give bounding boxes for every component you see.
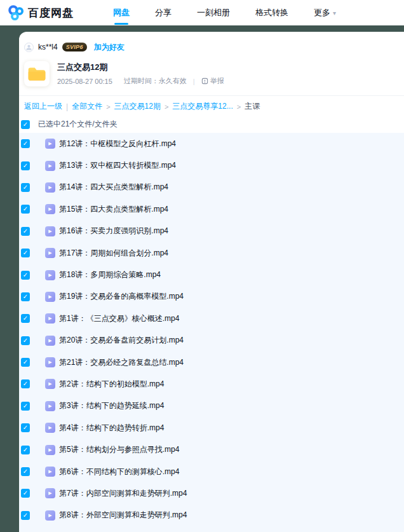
file-name[interactable]: 第13讲：双中枢四大转折模型.mp4 (59, 160, 176, 171)
file-list: ✓ ▶ 第12讲：中枢模型之反向杠杆.mp4 ✓ ▶ 第13讲：双中枢四大转折模… (19, 133, 404, 532)
file-name[interactable]: 第16讲：买卖力度强弱识别.mp4 (59, 226, 168, 236)
file-name[interactable]: 第21讲：交易必经之路复盘总结.mp4 (59, 357, 184, 368)
file-checkbox[interactable]: ✓ (21, 423, 30, 432)
file-checkbox[interactable]: ✓ (21, 379, 30, 388)
file-row[interactable]: ✓ ▶ 第19讲：交易必备的高概率模型.mp4 (19, 286, 404, 308)
file-name[interactable]: 第14讲：四大买点类型解析.mp4 (59, 182, 168, 193)
file-row[interactable]: ✓ ▶ 第9讲：中枢的全新定义.mp4 (19, 526, 404, 532)
file-row[interactable]: ✓ ▶ 第17讲：周期如何组合划分.mp4 (19, 242, 404, 264)
file-checkbox[interactable]: ✓ (21, 358, 30, 367)
file-row[interactable]: ✓ ▶ 第12讲：中枢模型之反向杠杆.mp4 (19, 133, 404, 154)
person-icon (25, 44, 32, 51)
file-row[interactable]: ✓ ▶ 第16讲：买卖力度强弱识别.mp4 (19, 221, 404, 242)
nav-item-netdisk[interactable]: 网盘 (113, 3, 130, 22)
file-row[interactable]: ✓ ▶ 第13讲：双中枢四大转折模型.mp4 (19, 154, 404, 176)
folder-tile (24, 61, 50, 86)
file-checkbox[interactable]: ✓ (21, 402, 30, 411)
file-checkbox[interactable]: ✓ (21, 511, 30, 520)
play-icon: ▶ (48, 163, 51, 168)
file-name[interactable]: 第8讲：外部空间测算和走势研判.mp4 (59, 510, 187, 521)
file-row[interactable]: ✓ ▶ 第5讲：结构划分与参照点寻找.mp4 (19, 439, 404, 460)
baidu-netdisk-logo[interactable]: 百度网盘 (8, 4, 74, 21)
report-link[interactable]: 举报 (201, 76, 224, 86)
file-row[interactable]: ✓ ▶ 第15讲：四大卖点类型解析.mp4 (19, 198, 404, 220)
file-checkbox[interactable]: ✓ (21, 467, 30, 476)
nav-item-more[interactable]: 更多▾ (314, 3, 336, 22)
file-checkbox[interactable]: ✓ (21, 183, 30, 192)
file-row[interactable]: ✓ ▶ 第6讲：不同结构下的测算核心.mp4 (19, 461, 404, 482)
breadcrumb-folder-1[interactable]: 三点交易12期 (114, 101, 161, 112)
file-name[interactable]: 第5讲：结构划分与参照点寻找.mp4 (59, 444, 179, 455)
file-row[interactable]: ✓ ▶ 第21讲：交易必经之路复盘总结.mp4 (19, 351, 404, 373)
file-name[interactable]: 第7讲：内部空间测算和走势研判.mp4 (59, 488, 187, 499)
svip-badge: SVIP6 (62, 43, 87, 51)
video-file-icon: ▶ (45, 226, 55, 236)
file-name[interactable]: 第4讲：结构下的趋势转折.mp4 (59, 423, 164, 433)
expire-label: 过期时间：永久有效 (124, 76, 187, 86)
file-checkbox[interactable]: ✓ (21, 227, 30, 236)
file-row[interactable]: ✓ ▶ 第8讲：外部空间测算和走势研判.mp4 (19, 505, 404, 526)
share-title: 三点交易12期 (57, 62, 224, 73)
file-row[interactable]: ✓ ▶ 第3讲：结构下的趋势延续.mp4 (19, 395, 404, 417)
video-file-icon: ▶ (45, 445, 55, 455)
play-icon: ▶ (48, 294, 51, 299)
shared-folder-info: 三点交易12期 2025-08-27 00:15 过期时间：永久有效 | 举报 (19, 56, 404, 93)
play-icon: ▶ (48, 491, 51, 496)
breadcrumb-separator: > (165, 103, 168, 111)
video-file-icon: ▶ (45, 313, 55, 324)
meta-separator: | (193, 78, 195, 85)
file-row[interactable]: ✓ ▶ 第14讲：四大买点类型解析.mp4 (19, 177, 404, 198)
breadcrumb-separator: > (106, 103, 110, 111)
file-row[interactable]: ✓ ▶ 第20讲：交易必备盘前交易计划.mp4 (19, 330, 404, 351)
breadcrumb-folder-2[interactable]: 三点交易尊享12... (172, 101, 232, 112)
active-tab-underline (114, 23, 128, 25)
nav-item-convert[interactable]: 格式转换 (255, 3, 288, 22)
breadcrumb-back-link[interactable]: 返回上一级 (24, 101, 62, 112)
file-name[interactable]: 第15讲：四大卖点类型解析.mp4 (59, 204, 168, 215)
file-checkbox[interactable]: ✓ (21, 271, 30, 280)
file-name[interactable]: 第17讲：周期如何组合划分.mp4 (59, 248, 168, 259)
play-icon: ▶ (48, 513, 51, 518)
file-name[interactable]: 第18讲：多周期综合策略.mp4 (59, 269, 161, 280)
select-all-checkbox[interactable]: ✓ (21, 120, 30, 129)
video-file-icon: ▶ (45, 292, 55, 302)
selection-header-row: ✓ 已选中21个文件/文件夹 (19, 116, 404, 133)
sharer-info-row: ks**l4 SVIP6 加为好友 (19, 32, 404, 56)
video-file-icon: ▶ (45, 510, 55, 521)
play-icon: ▶ (48, 381, 51, 386)
file-checkbox[interactable]: ✓ (21, 205, 30, 214)
file-name[interactable]: 第12讲：中枢模型之反向杠杆.mp4 (59, 139, 176, 149)
file-checkbox[interactable]: ✓ (21, 249, 30, 257)
video-file-icon: ▶ (45, 423, 55, 433)
video-file-icon: ▶ (45, 270, 55, 280)
share-text-block: 三点交易12期 2025-08-27 00:15 过期时间：永久有效 | 举报 (57, 62, 224, 86)
file-checkbox[interactable]: ✓ (21, 161, 30, 170)
file-row[interactable]: ✓ ▶ 第1讲：《三点交易》核心概述.mp4 (19, 308, 404, 329)
file-row[interactable]: ✓ ▶ 第7讲：内部空间测算和走势研判.mp4 (19, 482, 404, 504)
video-file-icon: ▶ (45, 379, 55, 389)
file-checkbox[interactable]: ✓ (21, 314, 30, 323)
play-icon: ▶ (48, 141, 51, 146)
file-name[interactable]: 第19讲：交易必备的高概率模型.mp4 (59, 291, 184, 302)
file-name[interactable]: 第1讲：《三点交易》核心概述.mp4 (59, 313, 179, 324)
nav-item-album[interactable]: 一刻相册 (197, 3, 230, 22)
add-friend-link[interactable]: 加为好友 (94, 42, 125, 53)
file-checkbox[interactable]: ✓ (21, 139, 30, 148)
play-icon: ▶ (48, 447, 51, 453)
chevron-down-icon: ▾ (333, 10, 336, 17)
file-checkbox[interactable]: ✓ (21, 446, 30, 454)
file-row[interactable]: ✓ ▶ 第18讲：多周期综合策略.mp4 (19, 264, 404, 285)
file-name[interactable]: 第2讲：结构下的初始模型.mp4 (59, 379, 164, 390)
file-checkbox[interactable]: ✓ (21, 489, 30, 498)
file-row[interactable]: ✓ ▶ 第2讲：结构下的初始模型.mp4 (19, 373, 404, 395)
file-row[interactable]: ✓ ▶ 第4讲：结构下的趋势转折.mp4 (19, 417, 404, 439)
file-checkbox[interactable]: ✓ (21, 336, 30, 345)
play-icon: ▶ (48, 207, 51, 212)
play-icon: ▶ (48, 469, 51, 474)
file-name[interactable]: 第3讲：结构下的趋势延续.mp4 (59, 400, 164, 411)
file-name[interactable]: 第20讲：交易必备盘前交易计划.mp4 (59, 335, 184, 346)
file-checkbox[interactable]: ✓ (21, 292, 30, 301)
file-name[interactable]: 第6讲：不同结构下的测算核心.mp4 (59, 467, 179, 477)
breadcrumb-all-files[interactable]: 全部文件 (72, 101, 102, 112)
nav-item-share[interactable]: 分享 (155, 3, 172, 22)
